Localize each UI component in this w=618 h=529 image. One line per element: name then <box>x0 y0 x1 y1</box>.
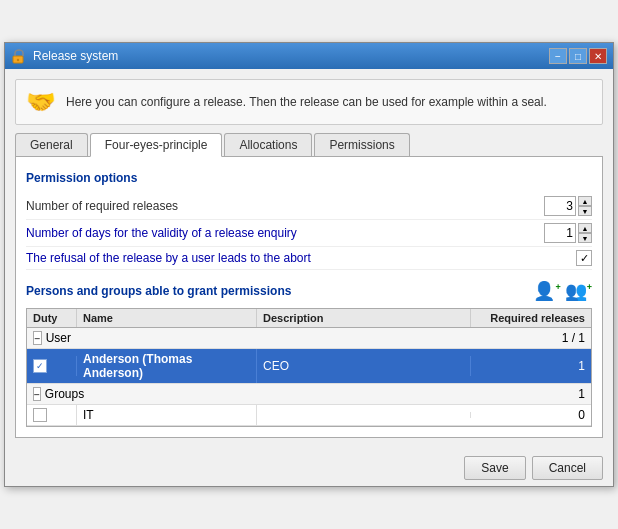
window-title: Release system <box>33 49 543 63</box>
title-bar: Release system − □ ✕ <box>5 43 613 69</box>
persons-icons: 👤+ 👥+ <box>533 280 592 302</box>
add-person-icon[interactable]: 👤+ <box>533 280 560 302</box>
user-group-empty <box>77 335 471 341</box>
info-bar: 🤝 Here you can configure a release. Then… <box>15 79 603 125</box>
col-name: Name <box>77 309 257 327</box>
releases-spin-down[interactable]: ▼ <box>578 206 592 216</box>
col-description: Description <box>257 309 471 327</box>
tab-allocations[interactable]: Allocations <box>224 133 312 156</box>
groups-required: 1 <box>471 384 591 404</box>
window-body: 🤝 Here you can configure a release. Then… <box>5 69 613 448</box>
info-icon: 🤝 <box>26 88 56 116</box>
user-row-duty: ✓ <box>27 356 77 376</box>
user-group-label: User <box>46 331 71 345</box>
refusal-checkbox[interactable]: ✓ <box>576 250 592 266</box>
groups-group-row: − Groups 1 <box>27 384 591 405</box>
save-button[interactable]: Save <box>464 456 525 480</box>
table-row[interactable]: ✓ Anderson (Thomas Anderson) CEO 1 <box>27 349 591 384</box>
it-row-duty <box>27 405 77 425</box>
col-duty: Duty <box>27 309 77 327</box>
releases-spinner-buttons: ▲ ▼ <box>578 196 592 216</box>
user-group-row: − User 1 / 1 <box>27 328 591 349</box>
releases-spinner: ▲ ▼ <box>544 196 592 216</box>
form-row-refusal: The refusal of the release by a user lea… <box>26 247 592 270</box>
user-row-description: CEO <box>257 356 471 376</box>
tab-general[interactable]: General <box>15 133 88 156</box>
table-row[interactable]: IT 0 <box>27 405 591 426</box>
tab-permissions[interactable]: Permissions <box>314 133 409 156</box>
groups-empty <box>77 391 471 397</box>
tab-bar: General Four-eyes-principle Allocations … <box>15 133 603 157</box>
main-window: Release system − □ ✕ 🤝 Here you can conf… <box>4 42 614 487</box>
tab-content: Permission options Number of required re… <box>15 157 603 438</box>
it-row-required: 0 <box>471 405 591 425</box>
days-spin-down[interactable]: ▼ <box>578 233 592 243</box>
section1-title: Permission options <box>26 171 592 185</box>
days-spinner-buttons: ▲ ▼ <box>578 223 592 243</box>
form-row-releases: Number of required releases ▲ ▼ <box>26 193 592 220</box>
user-row-name: Anderson (Thomas Anderson) <box>77 349 257 383</box>
window-controls: − □ ✕ <box>549 48 607 64</box>
info-text: Here you can configure a release. Then t… <box>66 95 547 109</box>
refusal-label: The refusal of the release by a user lea… <box>26 251 576 265</box>
close-button[interactable]: ✕ <box>589 48 607 64</box>
user-row-checkbox[interactable]: ✓ <box>33 359 47 373</box>
groups-expand[interactable]: − <box>33 387 41 401</box>
footer: Save Cancel <box>5 448 613 486</box>
it-row-description <box>257 412 471 418</box>
days-spin-up[interactable]: ▲ <box>578 223 592 233</box>
user-group-expand[interactable]: − <box>33 331 42 345</box>
col-required: Required releases <box>471 309 591 327</box>
section2-title: Persons and groups able to grant permiss… <box>26 284 291 298</box>
releases-input[interactable] <box>544 196 576 216</box>
tab-four-eyes[interactable]: Four-eyes-principle <box>90 133 223 157</box>
releases-spin-up[interactable]: ▲ <box>578 196 592 206</box>
form-row-days: Number of days for the validity of a rel… <box>26 220 592 247</box>
section2-header: Persons and groups able to grant permiss… <box>26 280 592 302</box>
groups-expand-cell: − Groups <box>27 384 77 404</box>
user-row-required: 1 <box>471 356 591 376</box>
window-icon <box>11 48 27 64</box>
maximize-button[interactable]: □ <box>569 48 587 64</box>
cancel-button[interactable]: Cancel <box>532 456 603 480</box>
add-group-icon[interactable]: 👥+ <box>565 280 592 302</box>
table-header: Duty Name Description Required releases <box>27 309 591 328</box>
user-group-required: 1 / 1 <box>471 328 591 348</box>
minimize-button[interactable]: − <box>549 48 567 64</box>
days-input[interactable] <box>544 223 576 243</box>
days-label: Number of days for the validity of a rel… <box>26 226 544 240</box>
svg-point-1 <box>17 59 19 61</box>
it-row-checkbox[interactable] <box>33 408 47 422</box>
it-row-name: IT <box>77 405 257 425</box>
user-group-expand-cell: − User <box>27 328 77 348</box>
releases-label: Number of required releases <box>26 199 544 213</box>
permissions-table: Duty Name Description Required releases … <box>26 308 592 427</box>
days-spinner: ▲ ▼ <box>544 223 592 243</box>
